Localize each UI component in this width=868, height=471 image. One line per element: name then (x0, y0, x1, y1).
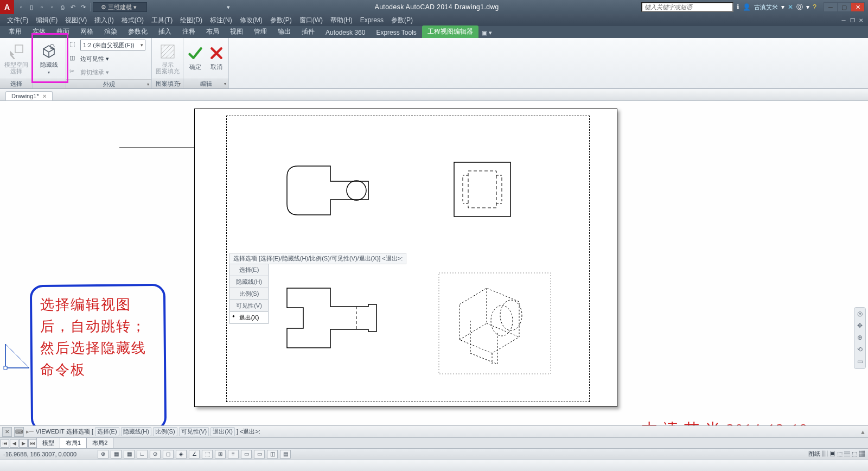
layout-next-icon[interactable]: ▶ (19, 439, 28, 448)
menu-view[interactable]: 视图(V) (61, 14, 91, 26)
navwheel-icon[interactable]: ◎ (856, 310, 864, 319)
menu-insert[interactable]: 插入(I) (91, 14, 117, 26)
showmotion-icon[interactable]: ▭ (856, 358, 864, 366)
layout-1[interactable]: 布局1 (60, 437, 87, 449)
sb-dyn-icon[interactable]: ⊞ (215, 450, 226, 459)
opt-hidden[interactable]: 隐藏线(H) (229, 276, 269, 288)
help-icon[interactable]: ? (813, 3, 816, 11)
ribtab-surface[interactable]: 曲面 (51, 26, 75, 38)
menu-dimension[interactable]: 标注(N) (206, 14, 236, 26)
sb-polar-icon[interactable]: ⊙ (150, 450, 161, 459)
qat-print-icon[interactable]: ⎙ (58, 2, 67, 12)
ribtab-mesh[interactable]: 网格 (75, 26, 99, 38)
cmd-close-icon[interactable]: ✕ (2, 427, 12, 437)
ribtab-annotate[interactable]: 注释 (177, 26, 201, 38)
help-dropdown-icon[interactable]: ▾ (806, 3, 809, 11)
user-name[interactable]: 古滇艾米 (754, 3, 778, 11)
app-menu-button[interactable]: A (0, 0, 14, 14)
qat-saveas-icon[interactable]: ▫ (47, 2, 57, 12)
doc-restore-icon[interactable]: ❐ (848, 16, 856, 24)
sb-3dosnap-icon[interactable]: ◈ (176, 450, 187, 459)
command-line[interactable]: ✕ ⌨ ▸─ VIEWEDIT 选择选项 [ 选择(E) 隐藏线(H) 比例(S… (0, 425, 868, 437)
layout-prev-icon[interactable]: ◀ (10, 439, 18, 448)
cancel-button[interactable]: 取消 (208, 40, 226, 78)
sb-infer-icon[interactable]: ⊕ (98, 450, 108, 459)
cmd-expand-icon[interactable]: ▲ (860, 429, 866, 435)
user-dropdown-icon[interactable]: ▾ (781, 3, 784, 11)
zoom-icon[interactable]: ⊕ (856, 334, 864, 342)
menu-parametric2[interactable]: 参数(P) (387, 14, 417, 26)
ok-button[interactable]: 确定 (187, 40, 204, 78)
menu-format[interactable]: 格式(O) (118, 14, 148, 26)
doc-close-icon[interactable]: ✕ (857, 16, 865, 24)
opt-select[interactable]: 选择(E) (229, 264, 269, 276)
sb-snap-icon[interactable]: ▦ (111, 450, 122, 459)
ribtab-render[interactable]: 渲染 (99, 26, 123, 38)
qat-new-icon[interactable]: ▫ (16, 2, 26, 12)
opt-exit[interactable]: 退出(X) (229, 312, 269, 324)
drawing-canvas[interactable]: 选择选项 [选择(E)/隐藏线(H)/比例(S)/可见性(V)/退出(X)] <… (0, 101, 868, 425)
qat-dropdown-icon[interactable]: ▾ (224, 2, 233, 12)
signin-icon[interactable]: 👤 (743, 3, 751, 11)
ribtab-vieweditor[interactable]: 工程视图编辑器 (422, 26, 478, 38)
ribtab-express[interactable]: Express Tools (371, 27, 422, 38)
option-menu[interactable]: 选择(E) 隐藏线(H) 比例(S) 可见性(V) 退出(X) (229, 264, 269, 324)
qat-undo-icon[interactable]: ↶ (68, 2, 78, 12)
sb-grid-icon[interactable]: ▦ (124, 450, 135, 459)
ribtab-manage[interactable]: 管理 (248, 26, 272, 38)
ribtab-plugins[interactable]: 插件 (296, 26, 320, 38)
qat-redo-icon[interactable]: ↷ (78, 2, 88, 12)
menu-modify[interactable]: 修改(M) (236, 14, 266, 26)
menu-tools[interactable]: 工具(T) (148, 14, 176, 26)
menu-draw[interactable]: 绘图(D) (176, 14, 206, 26)
doctab-drawing1[interactable]: Drawing1*✕ (5, 91, 53, 100)
menu-window[interactable]: 窗口(W) (296, 14, 327, 26)
ribtab-home[interactable]: 常用 (3, 26, 27, 38)
doctab-close-icon[interactable]: ✕ (42, 93, 47, 99)
hiddenline-button[interactable]: 隐藏线 ▾ (36, 40, 62, 78)
cmd-recent-icon[interactable]: ⌨ (14, 427, 24, 437)
close-button[interactable]: ✕ (851, 2, 865, 12)
maximize-button[interactable]: ▢ (837, 2, 851, 12)
ribtab-a360[interactable]: Autodesk 360 (320, 27, 371, 38)
search-input[interactable] (641, 2, 733, 12)
edge-visibility-button[interactable]: ◫边可见性 ▾ (69, 53, 109, 65)
ribtab-solid[interactable]: 实体 (27, 26, 51, 38)
scale-combo[interactable]: 1:2 (来自父视图(F)) (80, 40, 145, 50)
sb-sc-icon[interactable]: ◫ (267, 450, 278, 459)
sb-ortho-icon[interactable]: ∟ (137, 450, 148, 459)
sb-tpy-icon[interactable]: ▭ (241, 450, 252, 459)
nav-bar[interactable]: ◎ ✥ ⊕ ⟲ ▭ (854, 307, 866, 369)
menu-help[interactable]: 帮助(H) (327, 14, 356, 26)
ribtab-view[interactable]: 视图 (225, 26, 248, 38)
minimize-button[interactable]: ─ (824, 2, 838, 12)
qat-open-icon[interactable]: ▯ (27, 2, 36, 12)
ribbon-minimize-icon[interactable]: ▣ ▾ (478, 28, 495, 38)
opt-visibility[interactable]: 可见性(V) (229, 300, 269, 312)
layout-2[interactable]: 布局2 (86, 437, 113, 449)
menu-express[interactable]: Express (356, 14, 387, 26)
orbit-icon[interactable]: ⟲ (856, 346, 864, 354)
sb-am-icon[interactable]: ▤ (280, 450, 291, 459)
layout-last-icon[interactable]: ⏭ (28, 439, 37, 448)
layout-first-icon[interactable]: ⏮ (1, 439, 9, 448)
stayconnected-icon[interactable]: ⓪ (796, 3, 803, 12)
sb-osnap-icon[interactable]: ◻ (163, 450, 174, 459)
doc-minimize-icon[interactable]: ─ (840, 16, 847, 24)
sb-ducs-icon[interactable]: ⬚ (202, 450, 213, 459)
infocenter-icon[interactable]: ℹ (737, 3, 739, 11)
opt-scale[interactable]: 比例(S) (229, 288, 269, 300)
menu-edit[interactable]: 编辑(E) (32, 14, 61, 26)
menu-parametric[interactable]: 参数(P) (266, 14, 296, 26)
ribtab-layout[interactable]: 布局 (201, 26, 225, 38)
qat-save-icon[interactable]: ▫ (37, 2, 47, 12)
menu-file[interactable]: 文件(F) (3, 14, 32, 26)
ribtab-output[interactable]: 输出 (272, 26, 296, 38)
exchange-icon[interactable]: ✕ (788, 3, 793, 11)
pan-icon[interactable]: ✥ (856, 322, 864, 330)
sb-qp-icon[interactable]: ▭ (254, 450, 265, 459)
workspace-selector[interactable]: ⚙ 三维建模 ▾ (93, 2, 147, 12)
sb-otrack-icon[interactable]: ∠ (189, 450, 200, 459)
sb-lwt-icon[interactable]: ≡ (228, 450, 239, 459)
layout-model[interactable]: 模型 (36, 437, 60, 449)
